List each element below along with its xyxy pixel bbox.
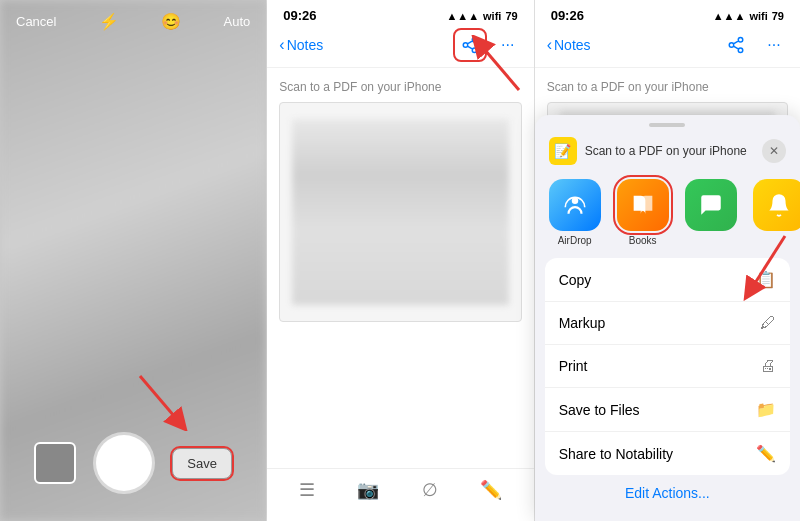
print-action[interactable]: Print 🖨	[545, 345, 790, 388]
airdrop-app-item[interactable]: AirDrop	[549, 179, 601, 246]
battery-icon: 79	[505, 10, 517, 22]
battery-icon-2: 79	[772, 10, 784, 22]
status-bar: 09:26 ▲▲▲ wifi 79	[267, 0, 533, 27]
svg-line-3	[479, 43, 519, 90]
print-label: Print	[559, 358, 588, 374]
sheet-close-button[interactable]: ✕	[762, 139, 786, 163]
arrow-to-share	[469, 35, 529, 95]
doc-blur	[292, 119, 508, 304]
share-panel: 09:26 ▲▲▲ wifi 79 ‹ Notes ··· Scan to a …	[535, 0, 800, 521]
camera-panel: Cancel ⚡ 😊 Auto Save	[0, 0, 266, 521]
share-to-notability-label: Share to Notability	[559, 446, 673, 462]
checklist-icon[interactable]: ☰	[299, 479, 315, 501]
books-label: Books	[629, 235, 657, 246]
more-button-2[interactable]: ···	[760, 31, 788, 59]
status-time-2: 09:26	[551, 8, 584, 23]
status-bar-2: 09:26 ▲▲▲ wifi 79	[535, 0, 800, 27]
svg-line-5	[750, 236, 785, 291]
notes-bottom-bar: ☰ 📷 ∅ ✏️	[267, 468, 533, 521]
save-to-files-label: Save to Files	[559, 402, 640, 418]
app4-icon	[753, 179, 800, 231]
photo-thumbnail[interactable]	[34, 442, 76, 484]
draw-icon[interactable]: ∅	[422, 479, 438, 501]
signal-icon-2: ▲▲▲	[713, 10, 746, 22]
share-button-2[interactable]	[722, 31, 750, 59]
share-to-notability-icon: ✏️	[756, 444, 776, 463]
notes-back-button[interactable]: ‹ Notes	[279, 36, 323, 54]
arrow-to-save	[130, 371, 190, 431]
save-button-highlight	[170, 446, 234, 481]
save-to-files-action[interactable]: Save to Files 📁	[545, 388, 790, 432]
notes-nav-bar-2: ‹ Notes ···	[535, 27, 800, 68]
edit-actions-link[interactable]: Edit Actions...	[535, 485, 800, 501]
camera-icon[interactable]: 📷	[357, 479, 379, 501]
flash-icon[interactable]: ⚡	[99, 12, 119, 31]
save-to-files-icon: 📁	[756, 400, 776, 419]
notes-content: Scan to a PDF on your iPhone	[267, 68, 533, 468]
cancel-button[interactable]: Cancel	[16, 14, 56, 29]
notes-app-icon: 📝	[549, 137, 577, 165]
markup-action[interactable]: Markup 🖊	[545, 302, 790, 345]
chevron-left-icon-2: ‹	[547, 36, 552, 54]
sheet-title-row: 📝 Scan to a PDF on your iPhone ✕	[535, 127, 800, 171]
more-icon-2: ···	[767, 36, 780, 54]
books-icon	[617, 179, 669, 231]
notes-back-label-2: Notes	[554, 37, 591, 53]
status-icons-2: ▲▲▲ wifi 79	[713, 10, 784, 22]
notes-panel: 09:26 ▲▲▲ wifi 79 ‹ Notes ···	[267, 0, 533, 521]
selfie-icon[interactable]: 😊	[161, 12, 181, 31]
airdrop-label: AirDrop	[558, 235, 592, 246]
signal-icon: ▲▲▲	[446, 10, 479, 22]
status-time: 09:26	[283, 8, 316, 23]
camera-top-bar: Cancel ⚡ 😊 Auto	[0, 0, 266, 39]
save-button[interactable]: Save	[172, 448, 232, 479]
notes-nav-icons-2: ···	[722, 31, 788, 59]
compose-icon[interactable]: ✏️	[480, 479, 502, 501]
wifi-icon-2: wifi	[749, 10, 767, 22]
notes-back-button-2[interactable]: ‹ Notes	[547, 36, 591, 54]
markup-icon: 🖊	[760, 314, 776, 332]
scanned-doc-preview	[279, 102, 521, 322]
books-app-item[interactable]: Books	[617, 179, 669, 246]
sheet-title: Scan to a PDF on your iPhone	[585, 144, 762, 158]
svg-line-1	[140, 376, 180, 423]
status-icons: ▲▲▲ wifi 79	[446, 10, 517, 22]
wifi-icon: wifi	[483, 10, 501, 22]
copy-label: Copy	[559, 272, 592, 288]
airdrop-icon	[549, 179, 601, 231]
share-sheet: 📝 Scan to a PDF on your iPhone ✕ AirDrop	[535, 115, 800, 521]
markup-label: Markup	[559, 315, 606, 331]
chevron-left-icon: ‹	[279, 36, 284, 54]
auto-label: Auto	[224, 14, 251, 29]
print-icon: 🖨	[760, 357, 776, 375]
share-note-title: Scan to a PDF on your iPhone	[547, 80, 788, 94]
notes-back-label: Notes	[287, 37, 324, 53]
shutter-button[interactable]	[96, 435, 152, 491]
share-to-notability-action[interactable]: Share to Notability ✏️	[545, 432, 790, 475]
app3-icon	[685, 179, 737, 231]
arrow-to-books	[715, 231, 795, 301]
books-highlight	[613, 175, 673, 235]
